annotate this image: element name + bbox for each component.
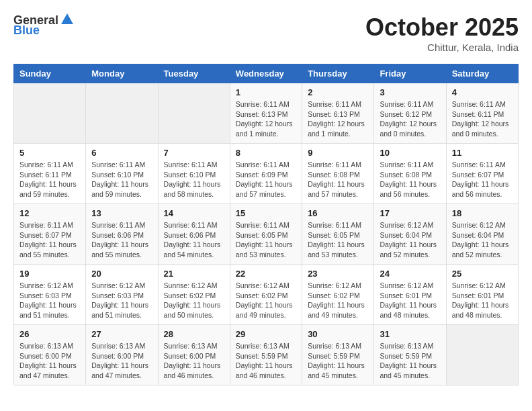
day-number: 17 <box>380 208 440 218</box>
calendar-cell: 12Sunrise: 6:11 AM Sunset: 6:07 PM Dayli… <box>14 204 86 265</box>
day-number: 13 <box>91 208 152 218</box>
calendar-cell: 18Sunrise: 6:12 AM Sunset: 6:04 PM Dayli… <box>446 204 518 265</box>
calendar-cell: 20Sunrise: 6:12 AM Sunset: 6:03 PM Dayli… <box>86 265 158 325</box>
day-info: Sunrise: 6:12 AM Sunset: 6:03 PM Dayligh… <box>91 281 152 320</box>
calendar-cell: 15Sunrise: 6:11 AM Sunset: 6:05 PM Dayli… <box>230 204 302 265</box>
day-number: 23 <box>308 269 368 279</box>
calendar-cell: 4Sunrise: 6:11 AM Sunset: 6:11 PM Daylig… <box>446 83 518 144</box>
day-info: Sunrise: 6:12 AM Sunset: 6:04 PM Dayligh… <box>452 220 513 260</box>
calendar-cell: 22Sunrise: 6:12 AM Sunset: 6:02 PM Dayli… <box>230 265 302 325</box>
page-header: General Blue October 2025 Chittur, Keral… <box>13 13 519 53</box>
day-number: 1 <box>236 87 296 97</box>
day-info: Sunrise: 6:13 AM Sunset: 6:00 PM Dayligh… <box>164 341 224 381</box>
calendar-cell: 29Sunrise: 6:13 AM Sunset: 5:59 PM Dayli… <box>230 325 302 385</box>
day-number: 28 <box>164 329 224 339</box>
week-row-4: 19Sunrise: 6:12 AM Sunset: 6:03 PM Dayli… <box>14 265 519 325</box>
day-number: 15 <box>236 208 296 218</box>
week-row-3: 12Sunrise: 6:11 AM Sunset: 6:07 PM Dayli… <box>14 204 519 265</box>
day-number: 25 <box>452 269 513 279</box>
logo-icon <box>60 12 75 27</box>
calendar-cell: 8Sunrise: 6:11 AM Sunset: 6:09 PM Daylig… <box>230 144 302 204</box>
calendar-cell: 2Sunrise: 6:11 AM Sunset: 6:13 PM Daylig… <box>302 83 374 144</box>
day-number: 6 <box>91 148 152 158</box>
calendar-cell: 27Sunrise: 6:13 AM Sunset: 6:00 PM Dayli… <box>86 325 158 385</box>
day-number: 20 <box>91 269 152 279</box>
day-info: Sunrise: 6:11 AM Sunset: 6:11 PM Dayligh… <box>19 160 80 199</box>
calendar-cell: 25Sunrise: 6:12 AM Sunset: 6:01 PM Dayli… <box>446 265 518 325</box>
weekday-header-saturday: Saturday <box>446 64 518 83</box>
day-info: Sunrise: 6:11 AM Sunset: 6:06 PM Dayligh… <box>91 220 152 260</box>
calendar-cell: 21Sunrise: 6:12 AM Sunset: 6:02 PM Dayli… <box>158 265 230 325</box>
calendar-cell: 9Sunrise: 6:11 AM Sunset: 6:08 PM Daylig… <box>302 144 374 204</box>
day-number: 30 <box>308 329 368 339</box>
month-title: October 2025 <box>365 13 519 42</box>
day-number: 7 <box>164 148 224 158</box>
calendar-cell: 24Sunrise: 6:12 AM Sunset: 6:01 PM Dayli… <box>374 265 446 325</box>
day-info: Sunrise: 6:11 AM Sunset: 6:10 PM Dayligh… <box>91 160 152 199</box>
day-info: Sunrise: 6:13 AM Sunset: 5:59 PM Dayligh… <box>308 341 368 381</box>
calendar-cell: 7Sunrise: 6:11 AM Sunset: 6:10 PM Daylig… <box>158 144 230 204</box>
calendar-cell: 30Sunrise: 6:13 AM Sunset: 5:59 PM Dayli… <box>302 325 374 385</box>
logo: General Blue <box>13 13 75 38</box>
day-number: 21 <box>164 269 224 279</box>
day-number: 27 <box>91 329 152 339</box>
day-number: 14 <box>164 208 224 218</box>
day-number: 19 <box>19 269 80 279</box>
day-number: 16 <box>308 208 368 218</box>
day-info: Sunrise: 6:11 AM Sunset: 6:08 PM Dayligh… <box>308 160 368 199</box>
day-info: Sunrise: 6:13 AM Sunset: 5:59 PM Dayligh… <box>236 341 296 381</box>
calendar-cell: 1Sunrise: 6:11 AM Sunset: 6:13 PM Daylig… <box>230 83 302 144</box>
day-info: Sunrise: 6:11 AM Sunset: 6:08 PM Dayligh… <box>380 160 440 199</box>
weekday-header-friday: Friday <box>374 64 446 83</box>
day-info: Sunrise: 6:11 AM Sunset: 6:10 PM Dayligh… <box>164 160 224 199</box>
calendar-cell <box>86 83 158 144</box>
calendar-table: SundayMondayTuesdayWednesdayThursdayFrid… <box>13 64 519 385</box>
day-info: Sunrise: 6:11 AM Sunset: 6:13 PM Dayligh… <box>308 99 368 139</box>
day-info: Sunrise: 6:11 AM Sunset: 6:09 PM Dayligh… <box>236 160 296 199</box>
day-info: Sunrise: 6:12 AM Sunset: 6:02 PM Dayligh… <box>236 281 296 320</box>
calendar-cell: 6Sunrise: 6:11 AM Sunset: 6:10 PM Daylig… <box>86 144 158 204</box>
weekday-header-wednesday: Wednesday <box>230 64 302 83</box>
calendar-cell: 14Sunrise: 6:11 AM Sunset: 6:06 PM Dayli… <box>158 204 230 265</box>
calendar-cell: 19Sunrise: 6:12 AM Sunset: 6:03 PM Dayli… <box>14 265 86 325</box>
day-number: 8 <box>236 148 296 158</box>
day-number: 29 <box>236 329 296 339</box>
calendar-cell: 16Sunrise: 6:11 AM Sunset: 6:05 PM Dayli… <box>302 204 374 265</box>
day-number: 31 <box>380 329 440 339</box>
weekday-header-sunday: Sunday <box>14 64 86 83</box>
day-number: 18 <box>452 208 513 218</box>
day-number: 5 <box>19 148 80 158</box>
svg-marker-0 <box>61 13 73 24</box>
day-info: Sunrise: 6:12 AM Sunset: 6:02 PM Dayligh… <box>308 281 368 320</box>
calendar-cell <box>446 325 518 385</box>
week-row-1: 1Sunrise: 6:11 AM Sunset: 6:13 PM Daylig… <box>14 83 519 144</box>
day-number: 4 <box>452 87 513 97</box>
weekday-header-thursday: Thursday <box>302 64 374 83</box>
calendar-cell <box>14 83 86 144</box>
calendar-cell: 17Sunrise: 6:12 AM Sunset: 6:04 PM Dayli… <box>374 204 446 265</box>
day-info: Sunrise: 6:12 AM Sunset: 6:02 PM Dayligh… <box>164 281 224 320</box>
week-row-5: 26Sunrise: 6:13 AM Sunset: 6:00 PM Dayli… <box>14 325 519 385</box>
day-number: 2 <box>308 87 368 97</box>
day-info: Sunrise: 6:12 AM Sunset: 6:01 PM Dayligh… <box>452 281 513 320</box>
day-info: Sunrise: 6:11 AM Sunset: 6:05 PM Dayligh… <box>308 220 368 260</box>
day-number: 10 <box>380 148 440 158</box>
weekday-header-tuesday: Tuesday <box>158 64 230 83</box>
day-number: 9 <box>308 148 368 158</box>
calendar-cell: 3Sunrise: 6:11 AM Sunset: 6:12 PM Daylig… <box>374 83 446 144</box>
day-number: 26 <box>19 329 80 339</box>
calendar-cell: 10Sunrise: 6:11 AM Sunset: 6:08 PM Dayli… <box>374 144 446 204</box>
day-info: Sunrise: 6:11 AM Sunset: 6:12 PM Dayligh… <box>380 99 440 139</box>
day-number: 22 <box>236 269 296 279</box>
day-number: 3 <box>380 87 440 97</box>
day-number: 11 <box>452 148 513 158</box>
day-info: Sunrise: 6:11 AM Sunset: 6:07 PM Dayligh… <box>19 220 80 260</box>
calendar-cell: 11Sunrise: 6:11 AM Sunset: 6:07 PM Dayli… <box>446 144 518 204</box>
day-info: Sunrise: 6:12 AM Sunset: 6:03 PM Dayligh… <box>19 281 80 320</box>
title-area: October 2025 Chittur, Kerala, India <box>365 13 519 53</box>
calendar-cell: 23Sunrise: 6:12 AM Sunset: 6:02 PM Dayli… <box>302 265 374 325</box>
logo-blue: Blue <box>13 24 40 38</box>
calendar-cell: 13Sunrise: 6:11 AM Sunset: 6:06 PM Dayli… <box>86 204 158 265</box>
day-info: Sunrise: 6:11 AM Sunset: 6:05 PM Dayligh… <box>236 220 296 260</box>
day-info: Sunrise: 6:13 AM Sunset: 6:00 PM Dayligh… <box>19 341 80 381</box>
